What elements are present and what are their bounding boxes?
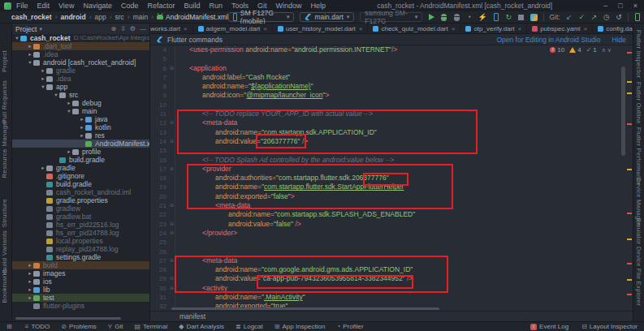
tool-tab-flutter-outline[interactable]: Flutter Outline: [635, 82, 642, 124]
tab-otp-verify-dart[interactable]: otp_verify.dart×: [460, 24, 527, 33]
tab-close-icon[interactable]: ×: [263, 25, 267, 32]
menu-run[interactable]: Run: [209, 2, 223, 10]
run-on-device-button[interactable]: [634, 13, 641, 22]
breadcrumb-file[interactable]: AndroidManifest.xml: [157, 13, 228, 21]
statusbar-dart[interactable]: ◆Dart Analysis: [179, 323, 224, 330]
tree-item-lib[interactable]: ▸lib: [12, 286, 149, 294]
tree-item--gitignore[interactable]: .gitignore: [12, 172, 149, 180]
tab-works-dart[interactable]: works.dart×: [150, 24, 193, 33]
tree-item-profile[interactable]: ▸profile: [12, 148, 149, 156]
menu-refactor[interactable]: Refactor: [147, 2, 175, 10]
breadcrumb-item-android[interactable]: android: [60, 13, 85, 21]
tree-item-cash-rocket-android-iml[interactable]: cash_rocket_android.iml: [12, 188, 149, 196]
tab-check-quiz-model-dart[interactable]: check_quiz_model.dart×: [368, 24, 460, 33]
collapse-all-icon[interactable]: ⇳: [120, 25, 126, 32]
tree-item-gradle[interactable]: ▸gradle: [12, 67, 149, 75]
tab-close-icon[interactable]: ×: [184, 25, 188, 32]
statusbar-todo[interactable]: ≡TODO: [25, 323, 50, 330]
statusbar-problems[interactable]: ⊘Problems: [61, 323, 97, 330]
settings-gear-icon[interactable]: ⚙: [130, 25, 136, 32]
breadcrumb-item-cash_rocket[interactable]: cash_rocket: [11, 13, 52, 21]
menu-help[interactable]: Help: [311, 2, 326, 10]
project-scrollbar[interactable]: [15, 317, 121, 320]
tab-pubspec-yaml[interactable]: pubspec.yaml×: [527, 24, 593, 33]
device-selector[interactable]: SM F127G (mobile) ▾: [228, 12, 294, 22]
restart-activity-button[interactable]: ↻: [505, 13, 512, 22]
tool-tab-pull-requests[interactable]: Pull Requests: [1, 80, 8, 123]
tree-item-gradle-properties[interactable]: gradle.properties: [12, 196, 149, 204]
breadcrumb-item-app[interactable]: app: [94, 13, 106, 21]
stop-button[interactable]: [517, 13, 524, 22]
tree-item-build[interactable]: ▸build: [12, 261, 149, 269]
history-button[interactable]: ◷: [603, 13, 610, 22]
tree-item-test[interactable]: ▸test: [12, 294, 149, 302]
attach-debugger-button[interactable]: [453, 13, 460, 22]
statusbar-layout[interactable]: ⊟Layout Inspector: [581, 323, 638, 330]
statusbar-profiler[interactable]: ◔Profiler: [336, 323, 363, 330]
open-in-android-studio-link[interactable]: Open for Editing in Android Studio: [496, 36, 600, 44]
git-commit-button[interactable]: ✓: [578, 13, 585, 22]
sync-device-button[interactable]: [493, 13, 499, 22]
project-panel-title[interactable]: Project: [15, 25, 37, 33]
tree-item--dart-tool[interactable]: ▸.dart_tool: [12, 42, 149, 50]
hide-banner-link[interactable]: Hide: [612, 36, 626, 44]
statusbar-logcat[interactable]: ≣Logcat: [236, 323, 263, 330]
git-push-button[interactable]: ↗: [590, 13, 597, 22]
run-button[interactable]: [428, 13, 434, 22]
tool-tab-resource-manager[interactable]: Resource Manager: [1, 119, 8, 178]
tab-close-icon[interactable]: ×: [452, 25, 456, 32]
tree-item-src[interactable]: ▾src: [12, 91, 149, 99]
device-manager-button[interactable]: [530, 13, 538, 22]
menu-navigate[interactable]: Navigate: [83, 2, 112, 10]
tree-item-gradle[interactable]: ▸gradle: [12, 164, 149, 172]
tree-item-app[interactable]: ▾app: [12, 83, 149, 91]
tree-item-settings-gradle[interactable]: settings.gradle: [12, 253, 149, 261]
tool-tab-flutter-inspector[interactable]: Flutter Inspector: [635, 30, 642, 78]
tree-item-res[interactable]: ▸res: [12, 131, 149, 140]
rollback-button[interactable]: ↺: [616, 13, 622, 22]
tool-tab-project[interactable]: Project: [1, 50, 8, 72]
tab-close-icon[interactable]: ×: [359, 25, 363, 32]
statusbar-terminal[interactable]: ▤Terminal: [134, 323, 167, 330]
breadcrumb-manifest[interactable]: manifest: [179, 312, 205, 320]
tab-close-icon[interactable]: ×: [584, 25, 588, 32]
tab-adgem-model-dart[interactable]: adgem_model.dart×: [193, 24, 273, 33]
tree-item-build-gradle[interactable]: build.gradle: [12, 156, 149, 164]
tree-item-ios[interactable]: ▸ios: [12, 277, 149, 286]
tool-tab-structure[interactable]: Structure: [1, 199, 8, 227]
menu-build[interactable]: Build: [184, 2, 200, 10]
breadcrumb-item-main[interactable]: main: [133, 13, 148, 21]
tree-item-root[interactable]: ▾cash_rocketD:\CashRocket\Api Integratio…: [12, 34, 149, 42]
tree-item-main[interactable]: ▾main: [12, 107, 149, 115]
prev-next-chevrons[interactable]: ∧ ∨: [602, 47, 612, 54]
menu-code[interactable]: Code: [121, 2, 139, 10]
menu-edit[interactable]: Edit: [37, 2, 50, 10]
code-editor[interactable]: 4<uses-permission android:name="android.…: [150, 45, 633, 311]
close-button[interactable]: ×: [633, 2, 638, 10]
breadcrumb-item-src[interactable]: src: [115, 13, 124, 21]
tree-item-hs-err-pid22516-log[interactable]: hs_err_pid22516.log: [12, 221, 149, 229]
tab-close-icon[interactable]: ×: [518, 25, 522, 32]
tab-config-dart[interactable]: config.dart×: [593, 24, 633, 33]
vertical-scrollbar[interactable]: [621, 67, 625, 156]
statusbar-git[interactable]: YGit: [108, 323, 123, 330]
git-update-button[interactable]: ↙: [566, 13, 573, 22]
tree-item-gradlew-bat[interactable]: gradlew.bat: [12, 213, 149, 221]
tool-tab-bookmarks[interactable]: Bookmarks: [1, 269, 8, 303]
minimize-button[interactable]: –: [603, 2, 607, 10]
maximize-button[interactable]: □: [618, 2, 622, 10]
tree-item-java[interactable]: ▸java: [12, 115, 149, 123]
profile-app-button[interactable]: ◔: [465, 13, 472, 22]
menu-file[interactable]: File: [16, 2, 28, 10]
tree-item-kotlin[interactable]: ▸kotlin: [12, 123, 149, 131]
tree-item-local-properties[interactable]: local.properties: [12, 237, 149, 245]
tree-item-gradlew[interactable]: gradlew: [12, 204, 149, 213]
tree-item-replay-pid24788-log[interactable]: replay_pid24788.log: [12, 245, 149, 253]
hide-panel-icon[interactable]: —: [140, 25, 146, 32]
tree-item-debug[interactable]: ▸debug: [12, 99, 149, 107]
apply-changes-button[interactable]: ⚡: [478, 13, 487, 22]
tree-item--idea[interactable]: ▸.idea: [12, 75, 149, 83]
chevron-down-icon[interactable]: ▾: [39, 26, 42, 32]
error-stripe[interactable]: [626, 45, 632, 311]
locate-file-icon[interactable]: ⊕: [110, 25, 116, 32]
